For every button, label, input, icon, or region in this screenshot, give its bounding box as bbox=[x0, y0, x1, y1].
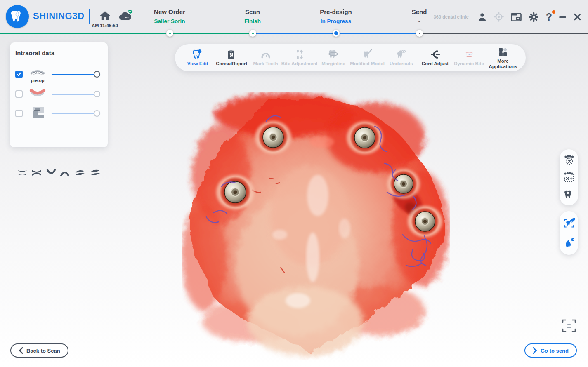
cloud-sync-button[interactable] bbox=[118, 8, 134, 22]
title-bar: SHINING3D AM 11:45:50 bbox=[0, 0, 588, 33]
clinic-name: 360 dental clinic bbox=[434, 14, 469, 19]
model-view-toggle-icon bbox=[563, 217, 575, 230]
tool-modified-model: Modified Model bbox=[350, 49, 384, 66]
slider-track[interactable] bbox=[52, 74, 100, 75]
progress-segment-pending bbox=[419, 33, 588, 34]
slider-handle[interactable] bbox=[94, 71, 100, 78]
close-icon bbox=[573, 13, 581, 21]
mesh-trim-circle-button[interactable] bbox=[563, 154, 575, 167]
tool-undercuts: Undercuts bbox=[384, 49, 418, 66]
consul-report-icon bbox=[226, 49, 237, 60]
progress-marker-new-order bbox=[166, 30, 173, 37]
minimize-icon bbox=[559, 16, 566, 18]
tool-view-edit[interactable]: View Edit bbox=[181, 49, 215, 66]
preop-checkbox[interactable] bbox=[15, 71, 23, 78]
progress-marker-send bbox=[416, 30, 423, 37]
target-icon bbox=[494, 12, 504, 22]
view-occlusal-both-button[interactable] bbox=[31, 168, 42, 177]
applications-toolbar: View Edit ConsulReport Mark Teeth bbox=[175, 44, 526, 71]
step-scan[interactable]: Scan Finish bbox=[215, 8, 290, 24]
back-to-scan-button[interactable]: Back to Scan bbox=[10, 343, 68, 358]
step-title: New Order bbox=[132, 8, 207, 15]
tool-marginline: Marginline bbox=[316, 49, 350, 66]
model-view-toggle-button[interactable] bbox=[563, 217, 575, 230]
tool-bite-adjustment: Bite Adjustment bbox=[283, 49, 316, 66]
lower-jaw-checkbox[interactable] bbox=[15, 90, 23, 98]
divider bbox=[15, 162, 103, 162]
undercuts-icon bbox=[396, 49, 406, 60]
tool-consul-report[interactable]: ConsulReport bbox=[215, 49, 248, 66]
fill-holes-button[interactable] bbox=[563, 188, 575, 201]
go-to-send-button[interactable]: Go to send bbox=[524, 343, 577, 358]
marginline-icon bbox=[328, 49, 339, 60]
notification-dot bbox=[552, 10, 555, 14]
implant-1 bbox=[216, 175, 254, 209]
help-glyph: ? bbox=[546, 12, 552, 22]
lower-jaw-opacity-slider[interactable] bbox=[52, 91, 100, 97]
tooth-logo-icon bbox=[10, 9, 25, 24]
chevron-left-icon bbox=[19, 347, 23, 354]
brand-divider bbox=[89, 9, 90, 24]
fill-holes-icon bbox=[564, 189, 574, 200]
view-lower-jaw-button[interactable] bbox=[46, 168, 56, 177]
view-anterior-icon bbox=[17, 168, 28, 177]
view-anterior-button[interactable] bbox=[17, 168, 28, 177]
chevron-right-icon bbox=[533, 347, 537, 354]
slider-track[interactable] bbox=[52, 113, 100, 115]
view-lower-jaw-icon bbox=[46, 168, 56, 177]
progress-marker-scan bbox=[249, 30, 256, 37]
view-right-side-icon bbox=[89, 168, 101, 177]
step-title: Scan bbox=[215, 8, 290, 15]
cloud-wifi-icon bbox=[118, 8, 134, 22]
upper-preop-scan-icon: pre-op bbox=[28, 69, 47, 79]
scanbody-checkbox[interactable] bbox=[15, 110, 23, 117]
step-status: Sailer Sorin bbox=[132, 18, 207, 24]
scanbody-opacity-slider[interactable] bbox=[52, 110, 100, 117]
slider-track[interactable] bbox=[52, 94, 100, 95]
view-occlusal-both-icon bbox=[31, 168, 42, 177]
fit-view-icon bbox=[561, 318, 577, 334]
more-applications-icon bbox=[498, 47, 508, 57]
mesh-trim-rect-button[interactable] bbox=[563, 171, 575, 184]
3d-model-maxilla-scan[interactable] bbox=[182, 92, 450, 360]
shining3d-logo bbox=[6, 5, 29, 28]
tool-more-applications[interactable]: More Applications bbox=[486, 47, 520, 69]
user-account-button[interactable] bbox=[477, 12, 487, 22]
tool-cord-adjust[interactable]: Cord Adjust bbox=[418, 49, 452, 66]
texture-toggle-icon bbox=[563, 236, 575, 249]
view-edit-icon bbox=[192, 49, 203, 60]
application-window: SHINING3D AM 11:45:50 bbox=[0, 0, 588, 367]
screenshot-button[interactable] bbox=[511, 12, 522, 22]
home-icon bbox=[99, 11, 111, 21]
mesh-edit-pill bbox=[560, 149, 578, 205]
tool-mark-teeth: Mark Teeth bbox=[248, 49, 282, 66]
progress-marker-pre-design bbox=[333, 30, 340, 37]
clock-time: AM 11:45:50 bbox=[88, 23, 121, 28]
check-icon bbox=[17, 72, 21, 76]
data-row-scanbody bbox=[10, 106, 108, 120]
data-row-preop: pre-op bbox=[10, 67, 108, 81]
step-pre-design[interactable]: Pre-design In Progress bbox=[299, 8, 373, 24]
step-new-order[interactable]: New Order Sailer Sorin bbox=[132, 8, 207, 24]
fit-view-button[interactable] bbox=[560, 317, 578, 334]
settings-button[interactable] bbox=[529, 12, 539, 22]
view-left-side-icon bbox=[74, 168, 85, 177]
preop-opacity-slider[interactable] bbox=[52, 71, 100, 78]
cord-adjust-icon bbox=[430, 49, 441, 60]
view-left-side-button[interactable] bbox=[74, 168, 85, 177]
slider-handle[interactable] bbox=[94, 110, 100, 117]
texture-toggle-button[interactable] bbox=[563, 236, 575, 249]
view-right-side-button[interactable] bbox=[89, 168, 101, 177]
close-button[interactable] bbox=[573, 13, 581, 21]
tool-dynamic-bite: Dynamic Bite bbox=[452, 49, 486, 66]
intraoral-data-panel: Intraoral data pre-op bbox=[10, 42, 108, 147]
slider-handle[interactable] bbox=[94, 91, 100, 97]
implant-3 bbox=[347, 121, 383, 154]
minimize-button[interactable] bbox=[559, 16, 566, 18]
progress-segment-done bbox=[0, 33, 253, 34]
help-button[interactable]: ? bbox=[546, 12, 552, 22]
calibration-button[interactable] bbox=[494, 12, 504, 22]
go-to-send-label: Go to send bbox=[541, 348, 569, 354]
view-upper-jaw-button[interactable] bbox=[60, 168, 70, 177]
home-button[interactable] bbox=[98, 11, 111, 21]
